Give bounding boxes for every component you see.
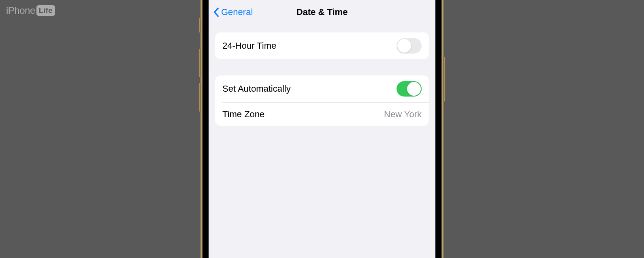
time-zone-value: New York (384, 109, 422, 120)
volume-down-button (198, 83, 200, 112)
side-button (444, 57, 446, 101)
phone-edge-left (200, 0, 203, 258)
phone-frame: General Date & Time 24-Hour Time Set Aut… (203, 0, 441, 258)
back-label: General (221, 7, 253, 17)
toggle-knob (407, 82, 421, 96)
navigation-bar: General Date & Time (209, 0, 435, 24)
mute-switch (198, 18, 200, 32)
chevron-left-icon (213, 7, 219, 17)
watermark-logo: iPhone Life (6, 5, 55, 16)
time-zone-row[interactable]: Time Zone New York (222, 102, 429, 126)
back-button[interactable]: General (213, 7, 253, 17)
settings-group-time-format: 24-Hour Time (215, 32, 429, 59)
settings-group-automatic: Set Automatically Time Zone New York (215, 75, 429, 126)
twenty-four-hour-row[interactable]: 24-Hour Time (215, 32, 429, 59)
phone-screen: General Date & Time 24-Hour Time Set Aut… (209, 0, 435, 258)
twenty-four-hour-toggle[interactable] (397, 38, 422, 54)
set-automatically-row[interactable]: Set Automatically (215, 75, 429, 102)
twenty-four-hour-label: 24-Hour Time (222, 41, 276, 51)
toggle-knob (397, 39, 411, 53)
watermark-brand-first: iPhone (6, 5, 35, 16)
phone-edge-right (441, 0, 444, 258)
time-zone-label: Time Zone (222, 109, 264, 120)
set-automatically-label: Set Automatically (222, 84, 291, 94)
set-automatically-toggle[interactable] (397, 81, 422, 97)
volume-up-button (198, 49, 200, 77)
page-title: Date & Time (296, 7, 348, 17)
watermark-brand-second: Life (36, 5, 55, 16)
